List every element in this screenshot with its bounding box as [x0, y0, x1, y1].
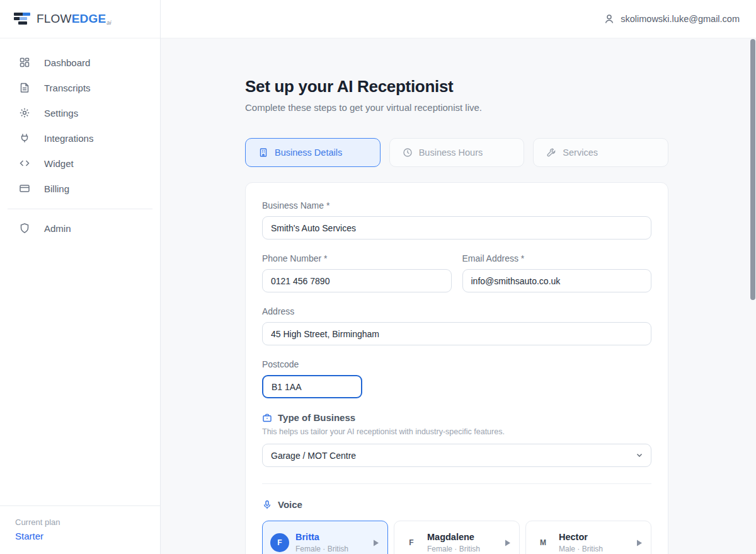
code-icon: [19, 158, 30, 169]
voice-name: Britta: [295, 531, 348, 543]
gear-icon: [19, 107, 30, 118]
tab-business-hours[interactable]: Business Hours: [389, 138, 525, 167]
sidebar-item-settings[interactable]: Settings: [0, 100, 160, 125]
tab-label: Business Details: [275, 147, 342, 158]
postcode-label: Postcode: [262, 359, 651, 369]
avatar: F: [270, 533, 289, 552]
voice-options: F Britta Female · British F Magdalene: [262, 521, 651, 554]
sidebar-item-integrations[interactable]: Integrations: [0, 125, 160, 151]
credit-card-icon: [19, 183, 30, 194]
voice-card-britta[interactable]: F Britta Female · British: [262, 521, 388, 554]
logo-text: FLOWEDGEai: [37, 12, 112, 26]
voice-header: Voice: [262, 499, 651, 510]
page-scrollbar[interactable]: [750, 39, 756, 554]
user-menu[interactable]: skolimowski.luke@gmail.com: [604, 13, 740, 25]
flowedge-logo-icon: [14, 13, 31, 25]
voice-info: Magdalene Female · British: [427, 531, 480, 554]
logo-flow: FLOW: [37, 12, 72, 26]
phone-field: Phone Number *: [262, 253, 452, 292]
building-icon: [258, 147, 268, 158]
main-column: skolimowski.luke@gmail.com Set up your A…: [161, 0, 756, 554]
document-icon: [19, 82, 30, 93]
sidebar-item-label: Integrations: [44, 133, 93, 144]
clock-icon: [403, 147, 413, 158]
postcode-field: Postcode: [262, 359, 651, 398]
postcode-input[interactable]: [262, 375, 362, 398]
play-icon[interactable]: [372, 539, 380, 547]
tab-business-details[interactable]: Business Details: [245, 138, 381, 167]
business-name-input[interactable]: [262, 216, 651, 239]
avatar: M: [534, 533, 553, 552]
business-type-select-wrap: Garage / MOT Centre: [262, 444, 651, 467]
sidebar-item-label: Dashboard: [44, 57, 90, 68]
email-label: Email Address *: [462, 253, 652, 263]
app-root: FLOWEDGEai Dashboard Transcripts Set: [0, 0, 756, 554]
user-icon: [604, 13, 615, 25]
business-type-header: Type of Business: [262, 412, 651, 423]
address-label: Address: [262, 306, 651, 316]
setup-tabs: Business Details Business Hours Services: [245, 138, 668, 167]
sidebar-divider: [8, 209, 152, 209]
tab-services[interactable]: Services: [533, 138, 668, 167]
address-input[interactable]: [262, 322, 651, 345]
briefcase-icon: [262, 413, 272, 423]
dashboard-grid-icon: [19, 57, 30, 68]
email-input[interactable]: [462, 269, 652, 292]
voice-label: Voice: [278, 499, 302, 510]
sidebar: FLOWEDGEai Dashboard Transcripts Set: [0, 0, 161, 554]
voice-meta: Male · British: [559, 545, 603, 554]
sidebar-item-label: Admin: [44, 223, 71, 234]
business-name-field: Business Name *: [262, 200, 651, 239]
voice-info: Britta Female · British: [295, 531, 348, 554]
voice-name: Hector: [559, 531, 603, 543]
page-title: Set up your AI Receptionist: [245, 77, 756, 96]
microphone-icon: [262, 500, 272, 510]
voice-info: Hector Male · British: [559, 531, 603, 554]
voice-meta: Female · British: [427, 545, 480, 554]
sidebar-item-label: Widget: [44, 158, 74, 169]
topbar: skolimowski.luke@gmail.com: [161, 0, 756, 38]
sidebar-item-label: Billing: [44, 183, 69, 194]
address-field: Address: [262, 306, 651, 345]
business-name-label: Business Name *: [262, 200, 651, 211]
wrench-icon: [546, 147, 556, 158]
sidebar-item-label: Transcripts: [44, 83, 91, 93]
sidebar-footer: Current plan Starter: [0, 505, 160, 554]
avatar: F: [402, 533, 421, 552]
logo-suffix: ai: [106, 20, 111, 26]
shield-icon: [19, 222, 30, 234]
sidebar-item-admin[interactable]: Admin: [0, 216, 160, 241]
play-icon[interactable]: [503, 539, 512, 547]
page-subtitle: Complete these steps to get your virtual…: [245, 102, 756, 113]
business-type-helper: This helps us tailor your AI receptionis…: [262, 427, 651, 436]
phone-input[interactable]: [262, 269, 452, 292]
plan-name-link[interactable]: Starter: [15, 531, 145, 541]
business-type-select[interactable]: Garage / MOT Centre: [262, 444, 651, 467]
logo[interactable]: FLOWEDGEai: [0, 0, 160, 38]
phone-label: Phone Number *: [262, 253, 452, 263]
tab-label: Business Hours: [419, 147, 483, 158]
user-email: skolimowski.luke@gmail.com: [621, 14, 740, 24]
sidebar-nav: Dashboard Transcripts Settings Integrati…: [0, 38, 160, 241]
sidebar-item-dashboard[interactable]: Dashboard: [0, 50, 160, 75]
voice-meta: Female · British: [295, 545, 348, 554]
business-type-label: Type of Business: [278, 412, 355, 423]
email-field: Email Address *: [462, 253, 652, 292]
play-icon[interactable]: [635, 539, 643, 547]
tab-label: Services: [563, 147, 598, 158]
voice-card-hector[interactable]: M Hector Male · British: [525, 521, 651, 554]
business-details-card: Business Name * Phone Number * Email Add…: [245, 182, 668, 554]
sidebar-item-transcripts[interactable]: Transcripts: [0, 75, 160, 100]
page-content: Set up your AI Receptionist Complete the…: [161, 38, 756, 554]
logo-edge: EDGE: [72, 12, 106, 26]
plug-icon: [19, 132, 30, 144]
sidebar-item-billing[interactable]: Billing: [0, 176, 160, 201]
voice-name: Magdalene: [427, 531, 480, 543]
form-divider: [262, 483, 651, 484]
scrollbar-thumb[interactable]: [750, 39, 755, 300]
sidebar-item-widget[interactable]: Widget: [0, 151, 160, 176]
voice-card-magdalene[interactable]: F Magdalene Female · British: [394, 521, 520, 554]
current-plan-label: Current plan: [15, 517, 145, 527]
sidebar-item-label: Settings: [44, 108, 78, 118]
